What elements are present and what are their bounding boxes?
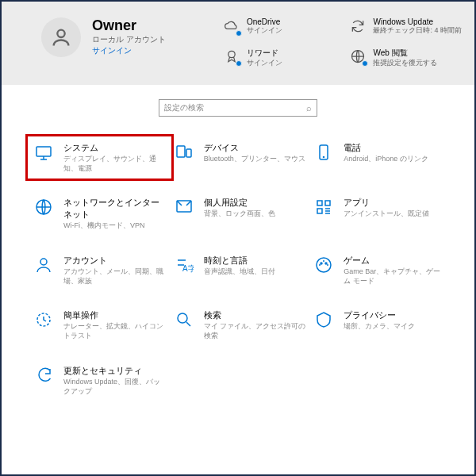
search-row: 設定の検索 ⌕	[2, 85, 474, 126]
category-desc: Bluetooth、プリンター、マウス	[204, 155, 305, 164]
svg-rect-4	[177, 146, 185, 157]
category-desc: ナレーター、拡大鏡、ハイコントラスト	[63, 322, 166, 340]
category-desc: アンインストール、既定値	[344, 209, 429, 219]
category-desc: 背景、ロック画面、色	[204, 209, 275, 219]
status-desc: サインイン	[247, 59, 282, 67]
status-cards: OneDrive サインイン Windows Update 最終チェック日時: …	[223, 17, 462, 75]
category-title: システム	[63, 142, 166, 154]
rewards-icon	[223, 48, 240, 65]
category-desc: 音声認識、地域、日付	[204, 267, 275, 277]
category-system[interactable]: システムディスプレイ、サウンド、通知、電源	[25, 134, 174, 181]
category-title: 簡単操作	[63, 309, 166, 321]
category-title: 検索	[204, 309, 306, 321]
privacy-icon	[313, 309, 334, 330]
category-title: プライバシー	[344, 309, 415, 321]
category-title: 時刻と言語	[204, 255, 275, 267]
category-privacy[interactable]: プライバシー場所、カメラ、マイク	[313, 309, 446, 340]
category-network[interactable]: ネットワークとインターネットWi-Fi、機内モード、VPN	[33, 197, 166, 231]
devices-icon	[174, 142, 194, 163]
svg-rect-10	[317, 201, 322, 205]
status-title: Windows Update	[373, 17, 462, 26]
svg-point-7	[324, 157, 324, 158]
svg-point-13	[40, 259, 47, 265]
category-apps[interactable]: アプリアンインストール、既定値	[313, 197, 446, 231]
svg-rect-11	[325, 201, 330, 205]
category-desc: ディスプレイ、サウンド、通知、電源	[63, 155, 166, 173]
cloud-icon	[223, 17, 240, 35]
search-icon	[174, 309, 194, 330]
status-windows-update[interactable]: Windows Update 最終チェック日時: 4 時間前	[349, 17, 462, 43]
accounts-icon	[33, 255, 54, 275]
category-desc: Wi-Fi、機内モード、VPN	[63, 221, 166, 231]
category-personalization[interactable]: 個人用設定背景、ロック画面、色	[174, 197, 306, 231]
status-title: Web 閲覧	[373, 48, 437, 59]
category-title: ネットワークとインターネット	[63, 197, 166, 221]
category-accounts[interactable]: アカウントアカウント、メール、同期、職場、家族	[33, 255, 166, 286]
category-title: ゲーム	[344, 255, 446, 267]
account-type: ローカル アカウント	[92, 34, 166, 45]
status-onedrive[interactable]: OneDrive サインイン	[223, 17, 336, 43]
svg-point-1	[228, 51, 235, 57]
avatar[interactable]	[41, 17, 81, 57]
svg-rect-5	[186, 149, 191, 157]
user-name: Owner	[92, 17, 166, 34]
svg-point-16	[321, 263, 322, 264]
status-rewards[interactable]: リワード サインイン	[223, 48, 336, 75]
user-icon	[50, 26, 72, 48]
search-icon: ⌕	[306, 103, 312, 113]
category-grid: システムディスプレイ、サウンド、通知、電源デバイスBluetooth、プリンター…	[2, 126, 474, 412]
category-phone[interactable]: 電話Android、iPhone のリンク	[313, 142, 446, 173]
status-desc: サインイン	[247, 26, 282, 35]
category-time-language[interactable]: A字時刻と言語音声認識、地域、日付	[174, 255, 306, 286]
status-desc: 最終チェック日時: 4 時間前	[373, 26, 462, 35]
status-web[interactable]: Web 閲覧 推奨設定を復元する	[349, 48, 462, 75]
ease-of-access-icon	[33, 309, 54, 330]
personalization-icon	[174, 197, 194, 217]
category-gaming[interactable]: ゲームGame Bar、キャプチャ、ゲーム モード	[313, 255, 446, 286]
globe-icon	[349, 48, 367, 65]
category-title: アカウント	[63, 255, 166, 267]
status-title: リワード	[247, 48, 282, 59]
category-title: 更新とセキュリティ	[63, 365, 166, 377]
header: Owner ローカル アカウント サインイン OneDrive サインイン Wi…	[2, 2, 474, 85]
phone-icon	[313, 142, 334, 163]
user-section: Owner ローカル アカウント サインイン	[41, 17, 223, 75]
gaming-icon	[313, 255, 334, 275]
search-input[interactable]: 設定の検索 ⌕	[159, 99, 317, 117]
svg-point-0	[57, 30, 64, 37]
category-title: 電話	[344, 142, 428, 154]
status-title: OneDrive	[247, 17, 282, 26]
svg-point-15	[317, 258, 331, 272]
svg-rect-12	[317, 209, 322, 213]
svg-rect-3	[36, 147, 51, 156]
category-devices[interactable]: デバイスBluetooth、プリンター、マウス	[174, 142, 306, 173]
category-desc: 場所、カメラ、マイク	[344, 322, 415, 332]
update-security-icon	[33, 365, 54, 386]
category-desc: マイ ファイル、アクセス許可の検索	[204, 322, 306, 340]
status-desc: 推奨設定を復元する	[373, 59, 437, 67]
svg-point-17	[325, 263, 327, 264]
category-update-security[interactable]: 更新とセキュリティWindows Update、回復、バックアップ	[33, 365, 166, 396]
category-search[interactable]: 検索マイ ファイル、アクセス許可の検索	[174, 309, 306, 340]
apps-icon	[313, 197, 334, 217]
system-icon	[33, 142, 54, 163]
sync-icon	[349, 17, 367, 35]
category-title: アプリ	[344, 197, 429, 209]
category-desc: Game Bar、キャプチャ、ゲーム モード	[344, 267, 446, 286]
category-ease-of-access[interactable]: 簡単操作ナレーター、拡大鏡、ハイコントラスト	[33, 309, 166, 340]
network-icon	[33, 197, 54, 217]
category-desc: Android、iPhone のリンク	[344, 155, 428, 164]
time-language-icon: A字	[174, 255, 194, 275]
svg-text:A字: A字	[182, 264, 194, 273]
search-placeholder: 設定の検索	[164, 102, 204, 113]
category-desc: アカウント、メール、同期、職場、家族	[63, 267, 166, 286]
category-title: 個人用設定	[204, 197, 275, 209]
category-title: デバイス	[204, 142, 305, 154]
svg-point-19	[178, 313, 187, 323]
user-info: Owner ローカル アカウント サインイン	[92, 17, 166, 56]
signin-link[interactable]: サインイン	[92, 45, 166, 56]
category-desc: Windows Update、回復、バックアップ	[63, 378, 166, 396]
